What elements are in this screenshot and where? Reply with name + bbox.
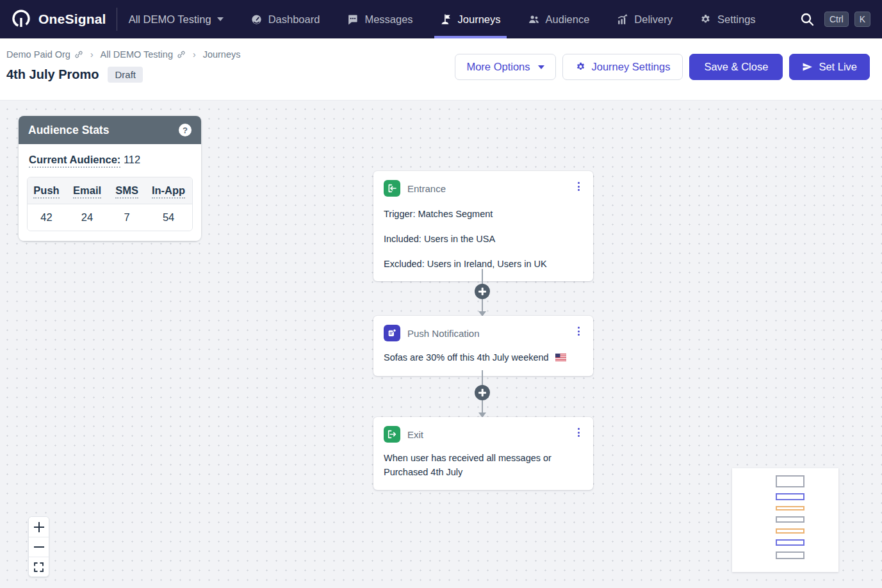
nav-label: Dashboard	[268, 13, 320, 26]
search-icon[interactable]	[799, 12, 815, 27]
gear-icon	[575, 61, 586, 72]
minimap-node-rect	[776, 475, 804, 487]
audience-stats-panel: Audience Stats ? Current Audience: 112 P…	[19, 116, 201, 241]
column-header-inapp: In-App	[145, 177, 192, 204]
kebab-menu-icon[interactable]	[575, 426, 583, 439]
fit-view-button[interactable]	[29, 557, 49, 576]
inapp-count: 54	[145, 204, 192, 231]
minimap[interactable]	[732, 468, 838, 572]
push-message-line: Sofas are 30% off this 4th July weekend	[384, 351, 583, 366]
help-icon[interactable]: ?	[179, 124, 192, 136]
column-header-sms: SMS	[109, 177, 145, 204]
zoom-in-button[interactable]	[29, 517, 49, 537]
onesignal-journey-editor: OneSignal All DEMO Testing Dashboard	[0, 0, 882, 588]
kebab-menu-icon[interactable]	[575, 180, 583, 193]
current-audience-label: Current Audience:	[29, 154, 120, 168]
nav-item-delivery[interactable]: Delivery	[616, 0, 673, 38]
save-close-button[interactable]: Save & Close	[689, 54, 783, 80]
gear-icon	[699, 13, 712, 26]
brand-name: OneSignal	[38, 12, 106, 27]
navbar-divider	[117, 8, 117, 31]
connector	[482, 370, 483, 417]
minimap-node-rect	[776, 516, 804, 523]
audience-stats-title: Audience Stats	[28, 124, 109, 137]
chart-icon	[616, 13, 628, 26]
exit-node[interactable]: Exit When user has received all messages…	[373, 417, 593, 490]
gauge-icon	[250, 13, 263, 26]
minimap-node-rect	[776, 551, 804, 559]
nav-label: Settings	[717, 13, 756, 26]
breadcrumb-journeys: Journeys	[203, 49, 241, 60]
push-notification-icon	[384, 325, 400, 341]
breadcrumb-org[interactable]: Demo Paid Org	[6, 49, 83, 60]
node-title: Push Notification	[407, 328, 480, 339]
nav-item-journeys[interactable]: Journeys	[440, 0, 501, 38]
nav-label: Messages	[364, 13, 412, 26]
nav-item-audience[interactable]: Audience	[528, 0, 590, 38]
entrance-icon	[384, 180, 400, 197]
breadcrumb-separator: ›	[90, 49, 94, 60]
paper-plane-icon	[802, 61, 813, 72]
journey-canvas[interactable]: Audience Stats ? Current Audience: 112 P…	[0, 101, 882, 588]
status-badge: Draft	[108, 67, 143, 83]
link-icon	[74, 50, 83, 59]
onesignal-logo[interactable]: OneSignal	[10, 0, 106, 38]
channel-stats-table: Push Email SMS In-App 42 24 7 54	[27, 177, 193, 231]
zoom-out-button[interactable]	[29, 537, 49, 557]
people-icon	[528, 13, 540, 26]
node-title: Entrance	[407, 183, 446, 194]
breadcrumb-separator: ›	[193, 49, 196, 60]
minimap-node-rect	[776, 506, 804, 510]
minimap-node-rect	[776, 493, 804, 500]
add-step-button[interactable]	[475, 284, 490, 299]
more-options-button[interactable]: More Options	[455, 54, 555, 80]
connector	[482, 269, 483, 316]
email-count: 24	[65, 204, 109, 231]
sms-count: 7	[109, 204, 145, 231]
chevron-down-icon	[217, 17, 224, 21]
page-header: Demo Paid Org › All DEMO Testing › Journ…	[0, 38, 882, 101]
page-title: 4th July Promo	[6, 67, 99, 82]
minimap-node-rect	[776, 528, 804, 534]
app-selector-dropdown[interactable]: All DEMO Testing	[129, 13, 224, 26]
breadcrumb: Demo Paid Org › All DEMO Testing › Journ…	[6, 49, 240, 60]
link-icon	[177, 50, 186, 59]
column-header-push: Push	[28, 177, 65, 204]
trigger-line: Trigger: Matches Segment	[384, 208, 583, 222]
entrance-node[interactable]: Entrance Trigger: Matches Segment Includ…	[373, 171, 593, 281]
minimap-node-rect	[776, 539, 804, 546]
breadcrumb-app[interactable]: All DEMO Testing	[101, 49, 186, 60]
k-key-badge: K	[854, 12, 870, 27]
nav-item-messages[interactable]: Messages	[347, 0, 412, 38]
onesignal-logo-icon	[10, 8, 32, 30]
column-header-email: Email	[65, 177, 109, 204]
chevron-down-icon	[538, 65, 544, 69]
node-title: Exit	[407, 429, 423, 440]
add-step-button[interactable]	[475, 385, 490, 400]
nav-label: Delivery	[634, 13, 673, 26]
ctrl-key-badge: Ctrl	[824, 12, 849, 27]
exit-condition-line: When user has received all messages or P…	[384, 452, 579, 480]
chat-icon	[347, 13, 359, 26]
included-line: Included: Users in the USA	[384, 233, 583, 247]
journey-flag-icon	[440, 13, 452, 26]
current-audience-value: 112	[124, 154, 140, 165]
nav-item-dashboard[interactable]: Dashboard	[250, 0, 320, 38]
excluded-line: Excluded: Users in Ireland, Users in UK	[384, 257, 583, 272]
zoom-controls	[28, 516, 49, 577]
us-flag-icon	[555, 352, 566, 366]
nav-label: Audience	[546, 13, 590, 26]
set-live-button[interactable]: Set Live	[789, 54, 870, 80]
nav-item-settings[interactable]: Settings	[699, 0, 756, 38]
fullscreen-icon	[34, 562, 44, 572]
journey-settings-button[interactable]: Journey Settings	[562, 54, 683, 80]
push-notification-node[interactable]: Push Notification Sofas are 30% off this…	[373, 316, 593, 376]
exit-icon	[384, 426, 400, 443]
top-navbar: OneSignal All DEMO Testing Dashboard	[0, 0, 882, 38]
nav-label: Journeys	[458, 13, 501, 26]
current-audience-row: Current Audience: 112	[27, 152, 193, 168]
push-count: 42	[28, 204, 65, 231]
kebab-menu-icon[interactable]	[575, 325, 583, 338]
app-selector-label: All DEMO Testing	[129, 13, 211, 26]
